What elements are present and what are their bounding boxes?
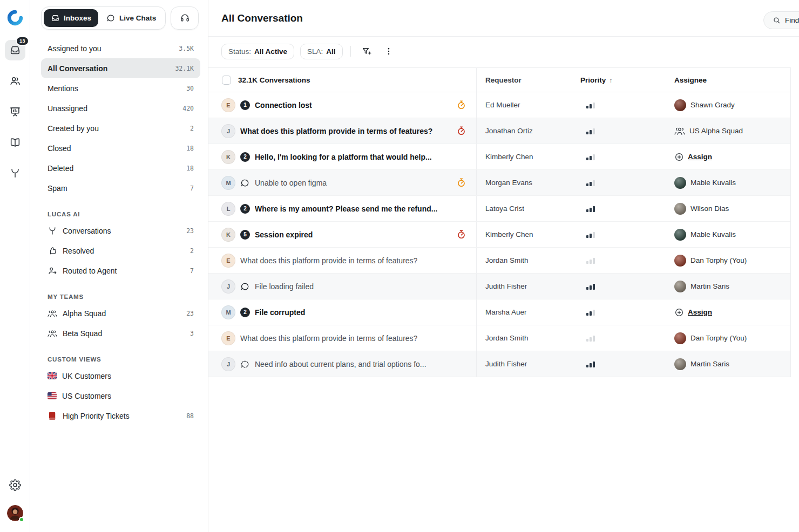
search-icon bbox=[773, 16, 781, 24]
conversation-row[interactable]: JWhat does this platform provide in term… bbox=[208, 118, 790, 144]
agent-support-button[interactable] bbox=[171, 6, 199, 30]
sidebar-item-spam[interactable]: Spam7 bbox=[41, 178, 200, 198]
priority-cell bbox=[572, 118, 666, 144]
rail-inbox-button[interactable]: 13 bbox=[5, 40, 25, 60]
sidebar-item-label: US Customers bbox=[62, 392, 111, 400]
tab-live-chats[interactable]: Live Chats bbox=[99, 9, 163, 27]
sidebar-item-count: 30 bbox=[186, 85, 194, 92]
assign-button[interactable]: Assign bbox=[674, 152, 712, 162]
rail-reports-button[interactable] bbox=[5, 101, 25, 122]
conversation-row[interactable]: M2File corruptedMarsha AuerAssign bbox=[208, 299, 790, 325]
conversation-row[interactable]: MUnable to open figmaMorgan EvansMable K… bbox=[208, 170, 790, 196]
sidebar-section-my-teams: MY TEAMSAlpha Squad23Beta Squad3 bbox=[41, 294, 200, 343]
sla-filter[interactable]: SLA: All bbox=[300, 44, 343, 59]
conversation-row[interactable]: E1Connection lostEd MuellerShawn Grady bbox=[208, 92, 790, 118]
sidebar-section-lucas-ai: LUCAS AIConversations23Resolved2Routed t… bbox=[41, 211, 200, 281]
assignee-name: US Alpha Squad bbox=[689, 127, 743, 135]
sidebar-item-all-conversation[interactable]: All Conversation32.1K bbox=[41, 58, 200, 78]
conversation-row[interactable]: K2Hello, I'm looking for a platform that… bbox=[208, 144, 790, 170]
conversation-row[interactable]: EWhat does this platform provide in term… bbox=[208, 248, 790, 274]
priority-cell bbox=[572, 274, 666, 299]
assignee-column-header[interactable]: Assignee bbox=[666, 68, 790, 92]
rail-knowledge-base-button[interactable] bbox=[5, 132, 25, 153]
assignee-cell: Dan Torphy (You) bbox=[666, 325, 790, 351]
sidebar-item-uk-customers[interactable]: UK Customers bbox=[41, 366, 200, 386]
priority-header-label: Priority bbox=[580, 76, 606, 84]
priority-indicator bbox=[586, 283, 595, 290]
conversation-row[interactable]: L2Where is my amount? Please send me the… bbox=[208, 196, 790, 222]
requestor-column-header[interactable]: Requestor bbox=[477, 68, 572, 92]
rail-contacts-button[interactable] bbox=[5, 71, 25, 91]
conversation-row[interactable]: JNeed info about current plans, and tria… bbox=[208, 351, 790, 377]
requestor-initial-avatar: E bbox=[221, 98, 235, 112]
more-options-button[interactable] bbox=[381, 43, 397, 59]
sidebar-item-closed[interactable]: Closed18 bbox=[41, 138, 200, 158]
team-icon bbox=[48, 309, 57, 318]
find-button[interactable]: Find bbox=[763, 11, 799, 29]
app-logo-icon[interactable] bbox=[7, 10, 23, 26]
table-header: 32.1K Conversations Requestor Priority ↑… bbox=[208, 67, 790, 92]
sidebar-item-label: High Priority Tickets bbox=[63, 412, 130, 420]
sidebar-item-us-customers[interactable]: US Customers bbox=[41, 386, 200, 406]
sidebar-item-label: Beta Squad bbox=[63, 329, 102, 338]
sidebar-item-conversations[interactable]: Conversations23 bbox=[41, 221, 200, 241]
sidebar-item-label: Alpha Squad bbox=[63, 309, 106, 318]
conversation-title: Unable to open figma bbox=[255, 179, 327, 187]
sidebar-item-deleted[interactable]: Deleted18 bbox=[41, 158, 200, 178]
sidebar-item-resolved[interactable]: Resolved2 bbox=[41, 241, 200, 261]
red-book-icon bbox=[48, 411, 57, 421]
requestor-cell: Latoya Crist bbox=[477, 196, 572, 221]
select-all-checkbox[interactable] bbox=[222, 76, 231, 85]
inbox-icon bbox=[9, 44, 21, 56]
sidebar-item-label: Closed bbox=[48, 144, 71, 153]
sidebar-item-count: 2 bbox=[190, 125, 194, 132]
assignee-cell: Martin Saris bbox=[666, 274, 790, 299]
requestor-cell: Jonathan Ortiz bbox=[477, 118, 572, 144]
assign-button[interactable]: Assign bbox=[674, 308, 712, 317]
tab-inboxes[interactable]: Inboxes bbox=[44, 9, 98, 27]
priority-indicator bbox=[586, 361, 595, 367]
tab-label: Live Chats bbox=[119, 14, 156, 22]
requestor-name: Jordan Smith bbox=[485, 256, 529, 264]
conversations-table: 32.1K Conversations Requestor Priority ↑… bbox=[208, 67, 791, 377]
conversation-row[interactable]: JFile loading failedJudith FisherMartin … bbox=[208, 274, 790, 299]
unread-count-badge: 1 bbox=[240, 100, 250, 110]
conversation-row[interactable]: EWhat does this platform provide in term… bbox=[208, 325, 790, 351]
conversation-title: What does this platform provide in terms… bbox=[240, 334, 417, 343]
sidebar-item-high-priority-tickets[interactable]: High Priority Tickets88 bbox=[41, 406, 200, 426]
user-avatar[interactable] bbox=[7, 505, 23, 521]
sidebar-item-count: 420 bbox=[182, 105, 194, 112]
rail-settings-button[interactable] bbox=[5, 475, 25, 495]
requestor-initial-avatar: J bbox=[221, 357, 235, 371]
priority-cell bbox=[572, 196, 666, 221]
filter-plus-icon bbox=[362, 46, 371, 56]
requestor-initial-avatar: E bbox=[221, 331, 235, 345]
conversation-cell: EWhat does this platform provide in term… bbox=[208, 248, 477, 273]
filter-bar: Status: All Active SLA: All bbox=[208, 37, 799, 59]
sidebar-item-mentions[interactable]: Mentions30 bbox=[41, 78, 200, 98]
section-title: LUCAS AI bbox=[41, 211, 200, 217]
chat-dashed-icon bbox=[240, 359, 250, 369]
conversations-count-label: 32.1K Conversations bbox=[238, 76, 310, 84]
sidebar-item-count: 7 bbox=[190, 185, 194, 192]
requestor-cell: Jordan Smith bbox=[477, 248, 572, 273]
assignee-cell: Mable Kuvalis bbox=[666, 222, 790, 247]
assignee-name: Mable Kuvalis bbox=[690, 230, 736, 238]
conversation-title: File corrupted bbox=[255, 308, 305, 317]
rail-lucas-ai-button[interactable] bbox=[5, 163, 25, 183]
conversation-title: Connection lost bbox=[255, 101, 312, 110]
sidebar-item-count: 3 bbox=[190, 330, 194, 337]
priority-column-header[interactable]: Priority ↑ bbox=[572, 68, 666, 92]
status-filter[interactable]: Status: All Active bbox=[221, 44, 294, 59]
lucas-ai-icon bbox=[9, 167, 21, 179]
sidebar-item-unassigned[interactable]: Unassigned420 bbox=[41, 98, 200, 118]
sidebar-item-assigned-to-you[interactable]: Assigned to you3.5K bbox=[41, 38, 200, 58]
conversation-title: Session expired bbox=[255, 230, 313, 239]
conversation-row[interactable]: K5Session expiredKimberly ChenMable Kuva… bbox=[208, 222, 790, 248]
sidebar-item-alpha-squad[interactable]: Alpha Squad23 bbox=[41, 303, 200, 323]
add-filter-button[interactable] bbox=[358, 43, 375, 59]
sidebar-item-created-by-you[interactable]: Created by you2 bbox=[41, 118, 200, 138]
flag-uk-icon bbox=[48, 372, 57, 379]
sidebar-item-routed-to-agent[interactable]: Routed to Agent7 bbox=[41, 261, 200, 281]
sidebar-item-beta-squad[interactable]: Beta Squad3 bbox=[41, 323, 200, 343]
